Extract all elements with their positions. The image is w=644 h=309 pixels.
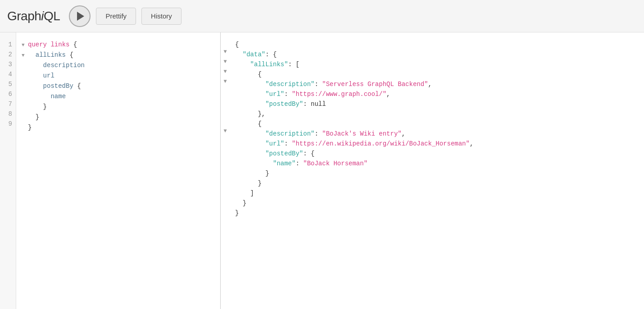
result-arrow-5[interactable]: ▼ [223,126,227,136]
editor-pane: 1 2 3 4 5 6 7 8 9 ▼query links { ▼ allLi… [0,32,221,309]
editor-line-6: name [22,91,215,102]
main-content: 1 2 3 4 5 6 7 8 9 ▼query links { ▼ allLi… [0,32,644,309]
toolbar: GraphiQL Prettify History [0,0,644,32]
editor-line-1: ▼query links { [22,40,215,50]
history-button[interactable]: History [141,8,181,25]
editor-line-4: url [22,71,215,81]
editor-line-2: ▼ allLinks { [22,50,215,60]
result-arrow-1[interactable]: ▼ [223,47,227,57]
editor-line-8: } [22,112,215,123]
result-arrow-4[interactable]: ▼ [223,77,227,86]
run-button[interactable] [69,5,91,27]
editor-line-9: } [22,123,215,133]
collapse-1[interactable]: ▼ [22,40,28,50]
editor-content[interactable]: ▼query links { ▼ allLinks { description … [16,32,220,309]
editor-line-5: postedBy { [22,81,215,91]
result-collapse-arrows: ▼ ▼ ▼ ▼ ▼ [221,32,230,309]
editor-line-7: } [22,102,215,112]
prettify-button[interactable]: Prettify [96,8,136,25]
result-content: { "data": { "allLinks": [ { "description… [230,32,644,309]
result-arrow-3[interactable]: ▼ [223,67,227,77]
result-arrow-2[interactable]: ▼ [223,57,227,67]
collapse-2[interactable]: ▼ [22,50,28,60]
result-pane: ▼ ▼ ▼ ▼ ▼ { "data": { "allLinks": [ { "d… [221,32,644,309]
line-numbers: 1 2 3 4 5 6 7 8 9 [0,32,16,309]
editor-line-3: description [22,60,215,71]
app-logo: GraphiQL [7,9,60,23]
